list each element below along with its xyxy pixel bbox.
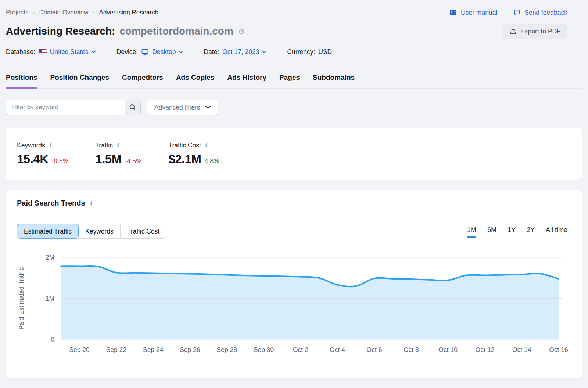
keyword-filter-row: Advanced filters: [6, 100, 582, 115]
top-bar: Projects › Domain Overview › Advertising…: [6, 7, 582, 18]
trend-chart-svg: 01M2MSep 20Sep 22Sep 24Sep 26Sep 28Sep 3…: [6, 241, 582, 363]
x-tick-label: Sep 28: [217, 346, 237, 353]
search-button[interactable]: [125, 100, 140, 115]
database-select[interactable]: United States: [50, 48, 96, 56]
period-6m[interactable]: 6M: [487, 226, 496, 238]
toggle-estimated-traffic[interactable]: Estimated Traffic: [17, 224, 79, 239]
date-filter: Date: Oct 17, 2023: [204, 48, 266, 56]
search-icon: [129, 104, 136, 111]
chevron-right-icon: ›: [33, 10, 35, 16]
period-selector: 1M 6M 1Y 2Y All time: [467, 226, 567, 238]
toggle-keywords[interactable]: Keywords: [78, 224, 121, 239]
y-axis-title: Paid Estimated Traffic: [18, 267, 25, 330]
device-select[interactable]: Desktop: [152, 48, 183, 56]
x-tick-label: Oct 6: [367, 346, 382, 353]
x-tick-label: Sep 22: [106, 346, 126, 353]
info-icon[interactable]: i: [116, 142, 119, 149]
tab-ads-history[interactable]: Ads History: [227, 71, 266, 88]
breadcrumb-domain-overview[interactable]: Domain Overview: [39, 9, 88, 16]
tab-competitors[interactable]: Competitors: [122, 71, 163, 88]
divider: [82, 137, 82, 171]
page-title-domain: competitordomain.com: [119, 25, 233, 37]
tab-pages[interactable]: Pages: [279, 71, 300, 88]
trends-controls: Estimated Traffic Keywords Traffic Cost …: [6, 214, 582, 239]
summary-metrics-card: Keywords i 15.4K -9.5% Traffic i 1.5M -4…: [6, 128, 582, 180]
chevron-down-icon: [262, 50, 266, 53]
info-icon[interactable]: i: [90, 200, 92, 206]
report-tabs: Positions Position Changes Competitors A…: [6, 71, 582, 89]
currency-value: USD: [318, 48, 332, 56]
x-tick-label: Sep 24: [143, 346, 164, 353]
x-tick-label: Oct 4: [330, 346, 345, 353]
keywords-metric-value: 15.4K: [17, 152, 49, 166]
device-filter: Device: Desktop: [116, 48, 183, 56]
advertising-research-page: Projects › Domain Overview › Advertising…: [0, 7, 588, 378]
database-label: Database:: [6, 48, 35, 56]
breadcrumb-advertising-research: Advertising Research: [99, 9, 159, 16]
keywords-metric-change: -9.5%: [52, 157, 69, 165]
y-tick-label: 0: [51, 336, 54, 343]
external-link-icon[interactable]: [238, 28, 245, 35]
x-tick-label: Sep 20: [69, 346, 90, 353]
send-feedback-label: Send feedback: [524, 9, 567, 17]
x-tick-label: Oct 14: [512, 346, 531, 353]
chevron-right-icon: ›: [93, 10, 95, 16]
paid-search-trends-card: Paid Search Trends i Estimated Traffic K…: [6, 190, 582, 378]
traffic-metric: Traffic i 1.5M -4.5%: [95, 142, 141, 166]
currency-label: Currency:: [287, 48, 315, 56]
period-1m[interactable]: 1M: [467, 226, 476, 238]
tab-position-changes[interactable]: Position Changes: [50, 71, 109, 88]
paid-search-trends-chart[interactable]: 01M2MSep 20Sep 22Sep 24Sep 26Sep 28Sep 3…: [6, 241, 582, 363]
chat-bubble-icon: [513, 8, 521, 17]
keywords-metric-label: Keywords: [17, 142, 45, 149]
y-tick-label: 2M: [46, 254, 54, 261]
x-tick-label: Sep 26: [180, 346, 200, 353]
period-2y[interactable]: 2Y: [527, 226, 535, 238]
export-upload-icon: [509, 28, 517, 35]
user-manual-label: User manual: [461, 9, 497, 17]
info-icon[interactable]: i: [205, 142, 207, 149]
toggle-traffic-cost[interactable]: Traffic Cost: [120, 224, 167, 239]
trends-title: Paid Search Trends: [17, 199, 85, 207]
keyword-filter-input[interactable]: [6, 100, 125, 115]
database-filter: Database: United States: [6, 48, 96, 56]
traffic-metric-change: -4.5%: [125, 157, 142, 165]
traffic-metric-label: Traffic: [95, 142, 113, 149]
date-select[interactable]: Oct 17, 2023: [222, 48, 266, 56]
traffic-metric-value: 1.5M: [95, 152, 121, 166]
traffic-cost-metric: Traffic Cost i $2.1M 4.8%: [168, 142, 219, 166]
traffic-cost-metric-change: 4.8%: [205, 157, 219, 165]
x-tick-label: Oct 2: [293, 346, 308, 353]
export-to-pdf-button[interactable]: Export to PDF: [503, 24, 567, 39]
tab-subdomains[interactable]: Subdomains: [313, 71, 355, 88]
x-tick-label: Oct 8: [404, 346, 419, 353]
chevron-down-icon: [179, 50, 183, 53]
title-row: Advertising Research: competitordomain.c…: [6, 22, 582, 40]
report-filters-row: Database: United States Device: Desktop: [6, 46, 582, 57]
period-1y[interactable]: 1Y: [508, 226, 516, 238]
database-value: United States: [50, 48, 89, 56]
breadcrumb-projects[interactable]: Projects: [6, 9, 28, 16]
period-all-time[interactable]: All time: [546, 226, 567, 238]
date-label: Date:: [204, 48, 219, 56]
send-feedback-link[interactable]: Send feedback: [513, 8, 567, 17]
user-manual-link[interactable]: User manual: [449, 8, 497, 17]
traffic-cost-metric-value: $2.1M: [168, 152, 201, 166]
header-links: User manual Send feedback: [449, 8, 567, 17]
page-title-prefix: Advertising Research:: [6, 25, 115, 37]
divider: [155, 137, 155, 171]
trend-metric-toggle: Estimated Traffic Keywords Traffic Cost: [17, 224, 166, 239]
date-value: Oct 17, 2023: [222, 48, 259, 56]
chevron-down-icon: [92, 50, 96, 53]
advanced-filters-button[interactable]: Advanced filters: [147, 100, 218, 115]
chevron-down-icon: [205, 106, 211, 109]
info-icon[interactable]: i: [49, 142, 51, 149]
device-value: Desktop: [152, 48, 176, 56]
export-to-pdf-label: Export to PDF: [520, 28, 561, 35]
tab-positions[interactable]: Positions: [6, 71, 37, 88]
tab-ads-copies[interactable]: Ads Copies: [176, 71, 215, 88]
book-icon: [449, 8, 457, 17]
y-tick-label: 1M: [46, 295, 54, 302]
keyword-search-group: [6, 100, 141, 115]
traffic-cost-metric-label: Traffic Cost: [168, 142, 201, 149]
